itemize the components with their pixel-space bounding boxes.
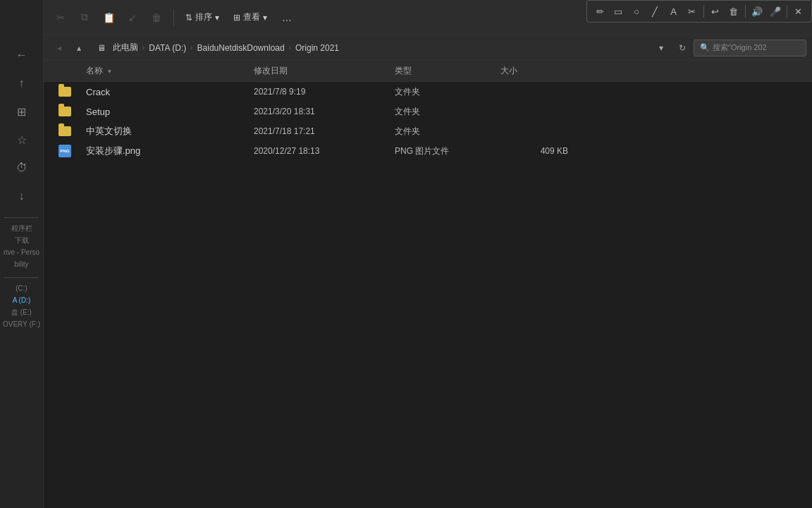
breadcrumb-origin-label: Origin 2021 xyxy=(295,43,339,53)
col-date-label: 修改日期 xyxy=(254,66,288,75)
toolbar-sort-icon: ⇅ xyxy=(185,13,192,23)
sidebar-download-icon[interactable]: ↓ xyxy=(9,183,35,209)
table-row[interactable]: Crack2021/7/8 9:19文件夹 xyxy=(44,82,812,102)
folder-icon xyxy=(59,107,71,116)
col-name-label: 名称 xyxy=(86,66,103,75)
anno-undo-btn[interactable]: ↩ xyxy=(707,2,724,20)
folder-icon xyxy=(59,87,71,97)
breadcrumb-up-btn[interactable]: ▴ xyxy=(69,38,89,58)
back-icon: ◂ xyxy=(57,43,61,53)
search-icon: 🔍 xyxy=(700,43,710,52)
sidebar-drive-f[interactable]: OVERY (F:) xyxy=(0,320,43,329)
search-box[interactable]: 🔍 搜索"Origin 202 xyxy=(694,40,806,56)
breadcrumb-computer-icon[interactable]: 🖥 xyxy=(94,42,109,54)
sidebar-divider-2 xyxy=(4,277,39,278)
anno-separator-1 xyxy=(703,5,704,18)
file-type: 文件夹 xyxy=(389,86,495,98)
col-date-header[interactable]: 修改日期 xyxy=(248,65,389,77)
anno-circle-btn[interactable]: ○ xyxy=(628,2,645,20)
anno-delete-btn[interactable]: 🗑 xyxy=(725,2,742,20)
file-type: 文件夹 xyxy=(389,106,495,118)
breadcrumb-data-d[interactable]: DATA (D:) xyxy=(146,42,189,54)
annotation-toolbar: ✏ ▭ ○ ╱ A ✂ ↩ 🗑 🔊 🎤 ✕ xyxy=(586,0,812,23)
file-icon xyxy=(44,87,86,97)
breadcrumb-sep-3: › xyxy=(289,44,291,52)
table-row[interactable]: 中英文切换2021/7/18 17:21文件夹 xyxy=(44,121,812,141)
sidebar-drive-d[interactable]: A (D:) xyxy=(0,296,43,305)
breadcrumb-bar: ◂ ▴ 🖥 此电脑 › DATA (D:) › BaiduNetdiskDown… xyxy=(44,35,812,61)
toolbar-sep-1 xyxy=(173,9,174,26)
file-size: 409 KB xyxy=(495,146,579,156)
col-size-header[interactable]: 大小 xyxy=(495,65,579,77)
sidebar-label-bility: bility xyxy=(0,260,43,269)
toolbar-view-btn[interactable]: ⊞ 查看 ▾ xyxy=(228,8,273,28)
toolbar-more-label: ... xyxy=(282,11,291,24)
sidebar: ← ↑ ⊞ ☆ ⏱ ↓ 程序栏 下载 rive - Perso bility (… xyxy=(0,0,44,508)
search-placeholder: 搜索"Origin 202 xyxy=(713,42,767,53)
toolbar-cut-btn[interactable]: ✂ xyxy=(49,6,72,29)
sidebar-nav-icon[interactable]: ← xyxy=(9,42,35,68)
file-date: 2021/3/20 18:31 xyxy=(248,107,389,116)
anno-close-btn[interactable]: ✕ xyxy=(790,2,807,20)
breadcrumb-pc[interactable]: 此电脑 xyxy=(110,40,141,55)
file-date: 2020/12/27 18:13 xyxy=(248,146,389,156)
main-content: ✂ ⧉ 📋 ↙ 🗑 ⇅ 排序 ▾ ⊞ 查看 ▾ ... ◂ ▴ xyxy=(44,0,812,508)
breadcrumb-path: 🖥 此电脑 › DATA (D:) › BaiduNetdiskDownload… xyxy=(89,40,651,55)
anno-scissors-btn[interactable]: ✂ xyxy=(684,2,701,20)
sidebar-up-icon[interactable]: ↑ xyxy=(9,71,35,96)
col-name-header[interactable]: 名称 ▾ xyxy=(44,65,248,77)
anno-line-btn[interactable]: ╱ xyxy=(646,2,663,20)
file-name: Crack xyxy=(86,87,248,97)
breadcrumb-dropdown-btn[interactable]: ▾ xyxy=(651,38,671,58)
anno-text-btn[interactable]: A xyxy=(665,2,682,20)
table-row[interactable]: PNG安装步骤.png2020/12/27 18:13PNG 图片文件409 K… xyxy=(44,141,812,161)
col-type-label: 类型 xyxy=(395,66,412,75)
sidebar-star-icon[interactable]: ☆ xyxy=(9,127,35,152)
computer-icon: 🖥 xyxy=(97,43,106,53)
breadcrumb-baidu[interactable]: BaiduNetdiskDownload xyxy=(195,42,288,54)
breadcrumb-pc-label: 此电脑 xyxy=(113,42,138,54)
sidebar-label-chengxu: 程序栏 xyxy=(0,224,43,233)
anno-pencil-btn[interactable]: ✏ xyxy=(591,2,608,20)
toolbar-sort-label: 排序 xyxy=(195,11,212,23)
toolbar-copy-btn[interactable]: ⧉ xyxy=(73,6,96,29)
breadcrumb-refresh-btn[interactable]: ↻ xyxy=(672,38,692,58)
file-icon xyxy=(44,107,86,116)
sidebar-clock-icon[interactable]: ⏱ xyxy=(9,155,35,181)
up-icon: ▴ xyxy=(77,43,81,53)
toolbar-more-btn[interactable]: ... xyxy=(276,6,298,29)
toolbar-sort-btn[interactable]: ⇅ 排序 ▾ xyxy=(180,8,225,28)
toolbar-sort-chevron: ▾ xyxy=(215,13,219,23)
sidebar-drive-e[interactable]: 盘 (E:) xyxy=(0,308,43,317)
table-row[interactable]: Setup2021/3/20 18:31文件夹 xyxy=(44,102,812,121)
sidebar-label-xiazai: 下载 xyxy=(0,236,43,245)
breadcrumb-actions: ▾ ↻ 🔍 搜索"Origin 202 xyxy=(651,38,806,58)
file-list-header: 名称 ▾ 修改日期 类型 大小 xyxy=(44,61,812,82)
anno-mic-btn[interactable]: 🎤 xyxy=(767,2,784,20)
breadcrumb-baidu-label: BaiduNetdiskDownload xyxy=(197,43,285,53)
file-name: Setup xyxy=(86,107,248,117)
anno-rect-btn[interactable]: ▭ xyxy=(610,2,627,20)
sidebar-label-drive-perso: rive - Perso xyxy=(0,248,43,257)
toolbar-clipboard-group: ✂ ⧉ 📋 ↙ 🗑 xyxy=(49,6,168,29)
breadcrumb-sep-1: › xyxy=(142,44,144,52)
file-name: 中英文切换 xyxy=(86,125,248,138)
sidebar-grid-icon[interactable]: ⊞ xyxy=(9,99,35,124)
breadcrumb-back-btn[interactable]: ◂ xyxy=(49,38,69,58)
toolbar-move-btn[interactable]: ↙ xyxy=(121,6,144,29)
file-date: 2021/7/8 9:19 xyxy=(248,87,389,97)
breadcrumb-origin[interactable]: Origin 2021 xyxy=(293,42,342,54)
col-type-header[interactable]: 类型 xyxy=(389,65,495,77)
anno-speaker-btn[interactable]: 🔊 xyxy=(749,2,765,20)
folder-icon xyxy=(59,126,71,136)
toolbar-view-chevron: ▾ xyxy=(263,13,267,23)
col-name-sort: ▾ xyxy=(108,68,111,75)
png-icon: PNG xyxy=(59,145,71,157)
file-type: 文件夹 xyxy=(389,126,495,138)
sidebar-drive-c[interactable]: (C:) xyxy=(0,284,43,293)
toolbar-paste-btn[interactable]: 📋 xyxy=(97,6,120,29)
toolbar-view-icon: ⊞ xyxy=(233,13,240,23)
anno-separator-2 xyxy=(745,5,746,18)
toolbar-delete-btn[interactable]: 🗑 xyxy=(145,6,168,29)
file-name: 安装步骤.png xyxy=(86,145,248,157)
